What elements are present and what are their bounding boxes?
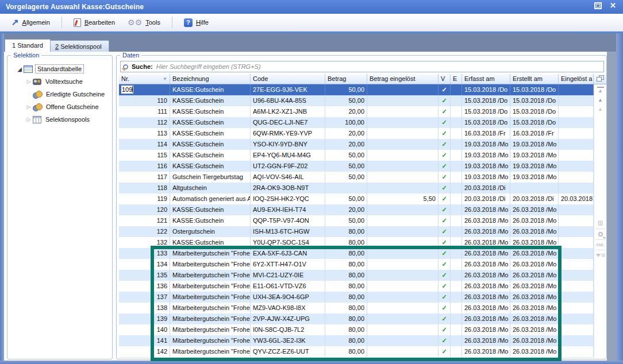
cell-betrag_eingeloest[interactable] bbox=[367, 84, 439, 95]
cell-v[interactable]: ✓ bbox=[439, 259, 451, 270]
cell-nr[interactable]: 117 bbox=[119, 172, 170, 183]
cell-eingeloest_am[interactable] bbox=[559, 346, 594, 357]
cell-nr[interactable]: 140 bbox=[119, 324, 170, 335]
cell-e[interactable] bbox=[451, 139, 462, 150]
cell-erfasst_am[interactable]: 15.03.2018 /Do bbox=[462, 106, 510, 117]
cell-betrag[interactable]: 50,00 bbox=[325, 84, 367, 95]
cell-e[interactable] bbox=[451, 303, 462, 313]
cell-bezeichnung[interactable]: KASSE:Gutschein bbox=[170, 215, 251, 226]
cell-erfasst_am[interactable]: 15.03.2018 /Do bbox=[462, 117, 510, 128]
cell-code[interactable]: QQP-T5P-V97-4ON bbox=[251, 215, 325, 226]
cell-e[interactable] bbox=[451, 172, 462, 183]
cell-bezeichnung[interactable]: Mitarbeitergutschein "Frohe Os bbox=[170, 324, 251, 335]
cell-nr[interactable]: 141 bbox=[119, 335, 170, 346]
cell-betrag[interactable]: 80,00 bbox=[325, 237, 367, 248]
cell-betrag_eingeloest[interactable] bbox=[367, 292, 439, 303]
cell-e[interactable] bbox=[451, 324, 462, 335]
cell-v[interactable]: ✓ bbox=[439, 183, 451, 193]
cell-v[interactable]: ✓ bbox=[439, 106, 451, 117]
tree-expanded-icon[interactable]: ◢ bbox=[16, 66, 24, 72]
cell-nr[interactable]: 121 bbox=[119, 215, 170, 226]
cell-erstellt_am[interactable]: 26.03.2018 /Mo bbox=[510, 313, 559, 324]
cell-code[interactable]: U96-6BU-K4A-85S bbox=[251, 95, 325, 106]
cell-erfasst_am[interactable]: 26.03.2018 /Mo bbox=[462, 281, 510, 292]
cell-v[interactable]: ✓ bbox=[439, 172, 451, 183]
cell-betrag_eingeloest[interactable] bbox=[367, 117, 439, 128]
column-header-code[interactable]: Code bbox=[251, 74, 325, 84]
cell-betrag_eingeloest[interactable] bbox=[367, 259, 439, 270]
cell-bezeichnung[interactable]: KASSE:Gutschein bbox=[170, 204, 251, 215]
cell-v[interactable]: ✓ bbox=[439, 237, 451, 248]
cell-bezeichnung[interactable]: KASSE:Gutschein bbox=[170, 106, 251, 117]
cell-erfasst_am[interactable]: 20.03.2018 /Di bbox=[462, 183, 510, 193]
cell-bezeichnung[interactable]: Altgutschein bbox=[170, 183, 251, 193]
cell-bezeichnung[interactable]: Mitarbeitergutschein "Frohe Os bbox=[170, 248, 251, 259]
cell-eingeloest_am[interactable] bbox=[559, 128, 594, 139]
cell-code[interactable]: YW3-6GL-3E2-I3K bbox=[251, 335, 325, 346]
table-row[interactable]: 142Mitarbeitergutschein "Frohe OsQYV-ZCZ… bbox=[119, 346, 606, 357]
cell-v[interactable]: ✓ bbox=[439, 117, 451, 128]
cell-v[interactable]: ✓ bbox=[439, 313, 451, 324]
table-row[interactable]: 132KASSE:GutscheinY0U-QP7-SOC-1S480,00✓2… bbox=[119, 237, 606, 248]
cell-betrag[interactable]: 20,00 bbox=[325, 139, 367, 150]
menu-tools[interactable]: ⚙⚙ Tools bbox=[124, 17, 164, 28]
close-window-icon[interactable]: ✕ bbox=[610, 2, 616, 9]
cell-v[interactable]: ✓ bbox=[439, 281, 451, 292]
cell-betrag[interactable] bbox=[325, 183, 367, 193]
cell-betrag_eingeloest[interactable] bbox=[367, 248, 439, 259]
cell-betrag_eingeloest[interactable] bbox=[367, 161, 439, 172]
cell-betrag_eingeloest[interactable] bbox=[367, 303, 439, 313]
cell-erfasst_am[interactable]: 15.03.2018 /Do bbox=[462, 84, 510, 95]
cell-v[interactable]: ✓ bbox=[439, 335, 451, 346]
cell-code[interactable]: YSO-KIY-9YD-BNY bbox=[251, 139, 325, 150]
cell-eingeloest_am[interactable] bbox=[559, 150, 594, 161]
cell-bezeichnung[interactable]: KASSE:Gutschein bbox=[170, 84, 251, 95]
cell-erfasst_am[interactable]: 26.03.2018 /Mo bbox=[462, 248, 510, 259]
table-row[interactable]: 133Mitarbeitergutschein "Frohe OsEXA-5XF… bbox=[119, 248, 606, 259]
cell-betrag_eingeloest[interactable] bbox=[367, 226, 439, 237]
cell-nr[interactable]: 111 bbox=[119, 106, 170, 117]
cell-e[interactable] bbox=[451, 84, 462, 95]
cell-betrag[interactable]: 50,00 bbox=[325, 150, 367, 161]
cell-code[interactable]: AU9-EXH-IEH-T74 bbox=[251, 204, 325, 215]
table-row[interactable]: 112KASSE:GutscheinQUG-DEC-LJI-NE7100,00✓… bbox=[119, 117, 606, 128]
cell-e[interactable] bbox=[451, 237, 462, 248]
cell-betrag[interactable]: 80,00 bbox=[325, 270, 367, 281]
cell-erstellt_am[interactable]: 26.03.2018 /Mo bbox=[510, 335, 559, 346]
cell-erfasst_am[interactable]: 19.03.2018 /Mo bbox=[462, 150, 510, 161]
cell-erstellt_am[interactable]: 15.03.2018 /Do bbox=[510, 95, 559, 106]
cell-erfasst_am[interactable]: 26.03.2018 /Mo bbox=[462, 226, 510, 237]
cell-betrag_eingeloest[interactable] bbox=[367, 215, 439, 226]
cell-betrag[interactable]: 20,00 bbox=[325, 106, 367, 117]
cell-e[interactable] bbox=[451, 281, 462, 292]
cell-erfasst_am[interactable]: 20.03.2018 /Di bbox=[462, 193, 510, 204]
cell-erstellt_am[interactable]: 15.03.2018 /Do bbox=[510, 117, 559, 128]
cell-erstellt_am[interactable]: 26.03.2018 /Mo bbox=[510, 270, 559, 281]
cell-betrag_eingeloest[interactable] bbox=[367, 313, 439, 324]
tree-collapsed-icon[interactable]: ▷ bbox=[25, 117, 33, 122]
cell-betrag_eingeloest[interactable] bbox=[367, 204, 439, 215]
cell-bezeichnung[interactable]: Mitarbeitergutschein "Frohe Os bbox=[170, 259, 251, 270]
cell-eingeloest_am[interactable] bbox=[559, 226, 594, 237]
cell-betrag[interactable]: 20,00 bbox=[325, 128, 367, 139]
cell-erstellt_am[interactable]: 26.03.2018 /Mo bbox=[510, 259, 559, 270]
nr-edit-box[interactable]: 109 bbox=[121, 86, 133, 94]
cell-nr[interactable]: 133 bbox=[119, 248, 170, 259]
scroll-to-top-icon[interactable]: ▲ bbox=[597, 87, 604, 94]
cell-erstellt_am[interactable]: 26.03.2018 /Mo bbox=[510, 303, 559, 313]
tree-item-offene-gutscheine[interactable]: ▷ Offene Gutscheine bbox=[7, 100, 112, 113]
cell-nr[interactable]: 138 bbox=[119, 303, 170, 313]
cell-e[interactable] bbox=[451, 313, 462, 324]
cell-eingeloest_am[interactable] bbox=[559, 172, 594, 183]
cell-erstellt_am[interactable]: 26.03.2018 /Mo bbox=[510, 204, 559, 215]
cell-betrag[interactable]: 100,00 bbox=[325, 117, 367, 128]
cell-erfasst_am[interactable]: 15.03.2018 /Do bbox=[462, 95, 510, 106]
cell-eingeloest_am[interactable] bbox=[559, 117, 594, 128]
cell-e[interactable] bbox=[451, 215, 462, 226]
cell-betrag_eingeloest[interactable] bbox=[367, 335, 439, 346]
table-row[interactable]: 138Mitarbeitergutschein "Frohe OsMZ9-VAO… bbox=[119, 303, 606, 313]
tree-collapsed-icon[interactable]: ▷ bbox=[25, 79, 33, 84]
cell-bezeichnung[interactable]: Mitarbeitergutschein "Frohe Os bbox=[170, 270, 251, 281]
tab-standard[interactable]: 1 Standard bbox=[5, 39, 51, 52]
cell-erfasst_am[interactable]: 19.03.2018 /Mo bbox=[462, 161, 510, 172]
